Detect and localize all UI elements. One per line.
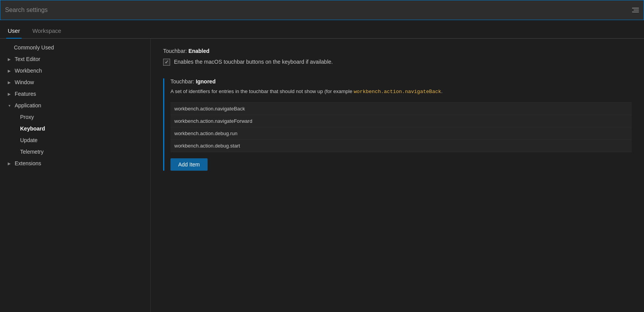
list-item[interactable]: workbench.action.debug.start bbox=[170, 140, 632, 152]
sidebar-item-label: Commonly Used bbox=[14, 44, 54, 51]
tab-user[interactable]: User bbox=[6, 24, 22, 39]
search-input[interactable] bbox=[5, 7, 632, 14]
sidebar-item-label: Update bbox=[20, 137, 37, 143]
tab-workspace[interactable]: Workspace bbox=[31, 24, 63, 39]
sidebar-item-label: Window bbox=[15, 79, 34, 85]
sidebar-item-window[interactable]: ▶ Window bbox=[0, 76, 150, 88]
list-item[interactable]: workbench.action.navigateBack bbox=[170, 102, 632, 115]
menu-icon[interactable] bbox=[632, 8, 639, 12]
touchbar-enabled-checkbox[interactable] bbox=[163, 59, 170, 66]
sidebar-item-features[interactable]: ▶ Features bbox=[0, 88, 150, 100]
search-bar bbox=[0, 0, 644, 20]
sidebar-item-telemetry[interactable]: Telemetry bbox=[0, 146, 150, 158]
navigate-back-link[interactable]: workbench.action.navigateBack bbox=[354, 89, 441, 95]
sidebar: Commonly Used ▶ Text Editor ▶ Workbench … bbox=[0, 39, 151, 312]
chevron-right-icon: ▶ bbox=[6, 56, 12, 62]
sidebar-item-proxy[interactable]: Proxy bbox=[0, 111, 150, 123]
sidebar-item-label: Features bbox=[15, 91, 36, 97]
touchbar-ignored-section: Touchbar: Ignored A set of identifiers f… bbox=[163, 78, 632, 171]
chevron-right-icon: ▶ bbox=[6, 79, 12, 85]
touchbar-ignored-title: Touchbar: Ignored bbox=[170, 78, 632, 85]
sidebar-item-application[interactable]: ▾ Application bbox=[0, 100, 150, 111]
sidebar-item-label: Application bbox=[15, 102, 41, 109]
list-item[interactable]: workbench.action.navigateForward bbox=[170, 115, 632, 127]
add-item-button[interactable]: Add Item bbox=[170, 158, 208, 171]
touchbar-enabled-checkbox-row: Enables the macOS touchbar buttons on th… bbox=[163, 58, 632, 66]
chevron-right-icon: ▶ bbox=[6, 68, 12, 74]
sidebar-item-text-editor[interactable]: ▶ Text Editor bbox=[0, 53, 150, 65]
list-item[interactable]: workbench.action.debug.run bbox=[170, 127, 632, 140]
touchbar-enabled-title: Touchbar: Enabled bbox=[163, 48, 632, 54]
sidebar-item-label: Proxy bbox=[20, 114, 34, 120]
chevron-down-icon: ▾ bbox=[6, 102, 12, 109]
tabs-container: User Workspace bbox=[0, 20, 644, 39]
touchbar-enabled-description: Enables the macOS touchbar buttons on th… bbox=[174, 58, 333, 66]
sidebar-item-commonly-used[interactable]: Commonly Used bbox=[0, 42, 150, 53]
sidebar-item-label: Text Editor bbox=[15, 56, 40, 62]
sidebar-item-keyboard[interactable]: Keyboard bbox=[0, 123, 150, 134]
sidebar-item-workbench[interactable]: ▶ Workbench bbox=[0, 65, 150, 76]
content-area: Touchbar: Enabled Enables the macOS touc… bbox=[151, 39, 644, 312]
sidebar-item-label: Keyboard bbox=[20, 125, 45, 132]
chevron-right-icon: ▶ bbox=[6, 160, 12, 166]
ignored-list: workbench.action.navigateBack workbench.… bbox=[170, 102, 632, 152]
sidebar-item-extensions[interactable]: ▶ Extensions bbox=[0, 158, 150, 169]
sidebar-item-label: Workbench bbox=[15, 68, 42, 74]
sidebar-item-update[interactable]: Update bbox=[0, 134, 150, 146]
touchbar-ignored-description: A set of identifiers for entries in the … bbox=[170, 88, 632, 96]
main-layout: Commonly Used ▶ Text Editor ▶ Workbench … bbox=[0, 39, 644, 312]
sidebar-item-label: Telemetry bbox=[20, 149, 44, 155]
chevron-right-icon: ▶ bbox=[6, 91, 12, 97]
sidebar-item-label: Extensions bbox=[15, 160, 41, 166]
touchbar-enabled-section: Touchbar: Enabled Enables the macOS touc… bbox=[163, 48, 632, 66]
